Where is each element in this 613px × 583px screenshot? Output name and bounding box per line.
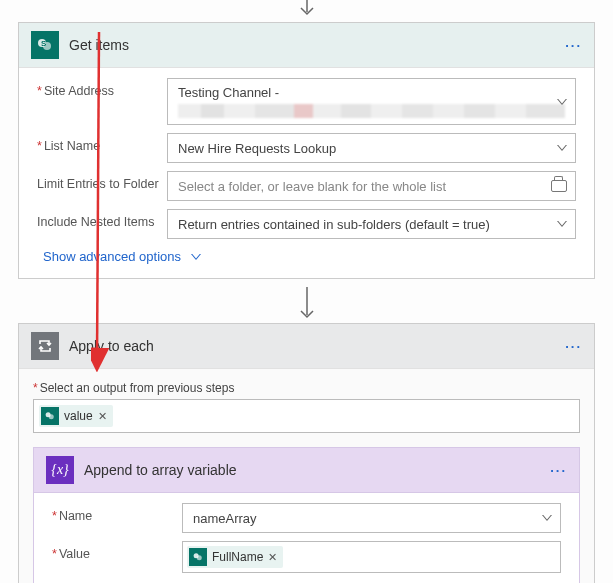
var-name-label: Name (52, 503, 182, 523)
var-value-input[interactable]: FullName ✕ (182, 541, 561, 573)
var-name-value: nameArray (193, 511, 257, 526)
append-array-card: {x} Append to array variable ··· Name na… (33, 447, 580, 583)
svg-text:S: S (41, 39, 47, 48)
variable-icon: {x} (46, 456, 74, 484)
list-name-label: List Name (37, 133, 167, 153)
apply-to-each-title: Apply to each (69, 338, 565, 354)
list-name-input[interactable]: New Hire Requests Lookup (167, 133, 576, 163)
apply-to-each-body: Select an output from previous steps val… (19, 369, 594, 583)
append-array-body: Name nameArray Value FullName (34, 493, 579, 583)
loop-icon (31, 332, 59, 360)
var-name-input[interactable]: nameArray (182, 503, 561, 533)
get-items-body: Site Address Testing Channel - List Name… (19, 68, 594, 278)
include-nested-input[interactable]: Return entries contained in sub-folders … (167, 209, 576, 239)
chevron-down-icon (557, 145, 567, 151)
get-items-title: Get items (69, 37, 565, 53)
get-items-menu[interactable]: ··· (565, 38, 582, 53)
chevron-down-icon (542, 515, 552, 521)
sharepoint-icon (41, 407, 59, 425)
sharepoint-icon (189, 548, 207, 566)
show-advanced-link[interactable]: Show advanced options (43, 249, 576, 264)
value-token[interactable]: value ✕ (39, 405, 113, 427)
chevron-down-icon (191, 254, 201, 260)
limit-folder-input[interactable]: Select a folder, or leave blank for the … (167, 171, 576, 201)
select-output-input[interactable]: value ✕ (33, 399, 580, 433)
apply-to-each-menu[interactable]: ··· (565, 339, 582, 354)
limit-folder-label: Limit Entries to Folder (37, 171, 167, 191)
folder-icon (551, 180, 567, 192)
get-items-card: S Get items ··· Site Address Testing Cha… (18, 22, 595, 279)
site-address-value: Testing Channel - (178, 85, 279, 100)
apply-to-each-header[interactable]: Apply to each ··· (19, 324, 594, 369)
var-value-label: Value (52, 541, 182, 561)
flow-arrow-mid (0, 279, 613, 323)
append-array-menu[interactable]: ··· (550, 463, 567, 478)
include-nested-value: Return entries contained in sub-folders … (178, 217, 490, 232)
site-address-redacted (178, 104, 565, 118)
site-address-label: Site Address (37, 78, 167, 98)
fullname-token[interactable]: FullName ✕ (187, 546, 283, 568)
limit-folder-placeholder: Select a folder, or leave blank for the … (178, 179, 446, 194)
flow-arrow-top (0, 0, 613, 22)
get-items-header[interactable]: S Get items ··· (19, 23, 594, 68)
remove-token-icon[interactable]: ✕ (268, 551, 277, 564)
chevron-down-icon (557, 221, 567, 227)
value-token-label: value (64, 409, 93, 423)
append-array-title: Append to array variable (84, 462, 550, 478)
sharepoint-icon: S (31, 31, 59, 59)
remove-token-icon[interactable]: ✕ (98, 410, 107, 423)
svg-point-6 (49, 414, 54, 419)
apply-to-each-card: Apply to each ··· Select an output from … (18, 323, 595, 583)
append-array-header[interactable]: {x} Append to array variable ··· (34, 448, 579, 493)
chevron-down-icon (557, 99, 567, 105)
svg-point-8 (197, 555, 202, 560)
list-name-value: New Hire Requests Lookup (178, 141, 336, 156)
include-nested-label: Include Nested Items (37, 209, 167, 229)
show-advanced-label: Show advanced options (43, 249, 181, 264)
fullname-token-label: FullName (212, 550, 263, 564)
select-output-label: Select an output from previous steps (33, 381, 580, 395)
site-address-input[interactable]: Testing Channel - (167, 78, 576, 125)
